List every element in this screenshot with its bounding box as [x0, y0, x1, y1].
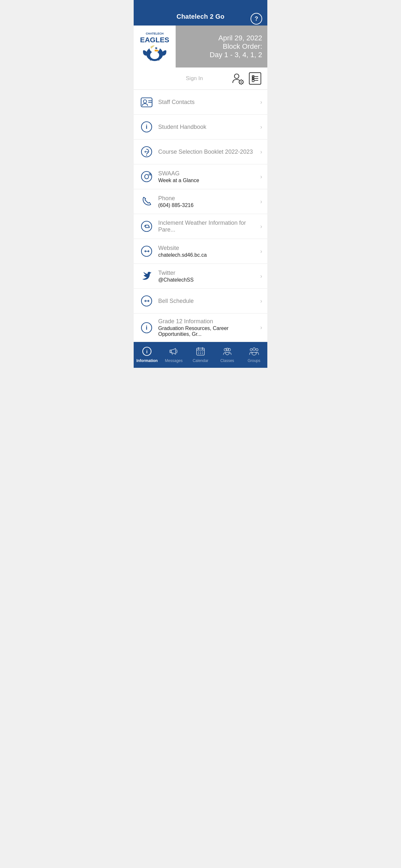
person-gear-icon [232, 72, 244, 85]
course-selection-chevron: › [260, 149, 262, 155]
menu-list: Staff Contacts › i Student Handbook › [134, 90, 267, 342]
banner-info: April 29, 2022 Block Order: Day 1 - 3, 4… [176, 26, 267, 67]
bell-schedule-content: Bell Schedule [158, 298, 258, 305]
course-selection-icon [139, 144, 154, 159]
tab-calendar-label: Calendar [193, 359, 209, 363]
app-header: Chatelech 2 Go ? [134, 0, 267, 26]
profile-settings-button[interactable] [230, 71, 245, 86]
tab-classes[interactable]: Classes [214, 342, 241, 368]
grade12-content: Grade 12 Information Graduation Resource… [158, 318, 258, 337]
staff-contacts-content: Staff Contacts [158, 99, 258, 105]
swaag-content: SWAAG Week at a Glance [158, 170, 258, 183]
svg-text:i: i [146, 124, 147, 130]
grade12-title: Grade 12 Information [158, 318, 258, 325]
svg-text:i: i [146, 324, 147, 331]
svg-point-58 [253, 348, 255, 350]
banner-block-label: Block Order: [223, 42, 262, 51]
swaag-title: SWAAG [158, 170, 258, 177]
phone-number: (604) 885-3216 [158, 203, 258, 208]
svg-text:EAGLES: EAGLES [140, 36, 169, 44]
svg-point-5 [155, 47, 157, 49]
app-title: Chatelech 2 Go [177, 13, 224, 20]
student-handbook-icon: i [139, 119, 154, 135]
svg-point-59 [256, 349, 258, 351]
menu-item-twitter[interactable]: Twitter @ChatelechSS › [134, 264, 267, 289]
checklist-box [249, 72, 261, 85]
menu-item-staff-contacts[interactable]: Staff Contacts › [134, 90, 267, 115]
swaag-icon [139, 169, 154, 184]
svg-point-49 [200, 352, 201, 352]
tab-bar: i Information Messages [134, 342, 267, 368]
svg-point-36 [142, 221, 152, 231]
grade12-icon: i [139, 320, 154, 336]
tab-groups[interactable]: Groups [241, 342, 267, 368]
svg-point-6 [156, 48, 157, 48]
svg-point-50 [202, 352, 203, 352]
svg-point-8 [235, 74, 239, 79]
student-handbook-content: Student Handbook [158, 124, 258, 130]
tab-calendar[interactable]: Calendar [187, 342, 214, 368]
classes-tab-icon [221, 345, 233, 357]
bell-schedule-chevron: › [260, 298, 262, 305]
svg-rect-26 [252, 80, 254, 82]
menu-item-bell-schedule[interactable]: Bell Schedule › [134, 289, 267, 314]
help-button[interactable]: ? [251, 13, 262, 25]
student-handbook-title: Student Handbook [158, 124, 258, 130]
tab-information-label: Information [136, 359, 158, 363]
checklist-button[interactable] [248, 71, 262, 86]
menu-item-swaag[interactable]: SWAAG Week at a Glance › [134, 164, 267, 189]
svg-point-28 [143, 100, 147, 103]
tab-messages[interactable]: Messages [160, 342, 187, 368]
staff-contacts-chevron: › [260, 99, 262, 105]
svg-point-7 [150, 51, 159, 59]
phone-content: Phone (604) 885-3216 [158, 195, 258, 208]
svg-point-51 [198, 353, 199, 354]
phone-title: Phone [158, 195, 258, 202]
svg-point-48 [198, 352, 199, 352]
menu-item-course-selection[interactable]: Course Selection Booklet 2022-2023 › [134, 140, 267, 164]
staff-contacts-title: Staff Contacts [158, 99, 258, 105]
banner-date: April 29, 2022 [218, 34, 262, 42]
svg-line-18 [239, 83, 240, 84]
signin-icons [230, 71, 262, 86]
svg-point-57 [250, 349, 252, 351]
menu-item-grade12[interactable]: i Grade 12 Information Graduation Resour… [134, 314, 267, 342]
website-chevron: › [260, 248, 262, 255]
svg-line-15 [239, 80, 240, 81]
svg-line-17 [243, 80, 243, 81]
svg-rect-43 [170, 350, 171, 352]
weather-title: Inclement Weather Information for Pare..… [158, 220, 258, 233]
svg-point-52 [200, 353, 201, 354]
menu-item-student-handbook[interactable]: i Student Handbook › [134, 115, 267, 140]
website-title: Website [158, 245, 258, 252]
tab-messages-label: Messages [165, 359, 183, 363]
groups-tab-icon [248, 345, 260, 357]
student-handbook-chevron: › [260, 124, 262, 130]
phone-chevron: › [260, 198, 262, 205]
twitter-chevron: › [260, 273, 262, 280]
svg-text:CHATELECH: CHATELECH [146, 32, 164, 35]
website-url: chatelech.sd46.bc.ca [158, 252, 258, 258]
grade12-subtitle: Graduation Resources, Career Opportuniti… [158, 326, 258, 337]
signin-label[interactable]: Sign In [139, 75, 230, 82]
checklist-icon-svg [251, 74, 259, 83]
svg-text:i: i [146, 349, 148, 354]
tab-information[interactable]: i Information [134, 342, 160, 368]
bell-schedule-title: Bell Schedule [158, 298, 258, 305]
twitter-title: Twitter [158, 270, 258, 276]
messages-tab-icon [168, 345, 180, 357]
phone-icon [139, 194, 154, 209]
course-selection-content: Course Selection Booklet 2022-2023 [158, 149, 258, 155]
menu-item-website[interactable]: Website chatelech.sd46.bc.ca › [134, 239, 267, 264]
school-logo: CHATELECH EAGLES [134, 26, 176, 67]
menu-item-phone[interactable]: Phone (604) 885-3216 › [134, 189, 267, 214]
twitter-content: Twitter @ChatelechSS [158, 270, 258, 283]
swaag-subtitle: Week at a Glance [158, 178, 258, 183]
website-content: Website chatelech.sd46.bc.ca [158, 245, 258, 258]
banner-day-order: Day 1 - 3, 4, 1, 2 [210, 51, 262, 59]
svg-line-16 [243, 83, 243, 84]
bell-schedule-icon [139, 293, 154, 309]
menu-item-weather[interactable]: Inclement Weather Information for Pare..… [134, 214, 267, 239]
information-tab-icon: i [141, 345, 153, 357]
course-selection-title: Course Selection Booklet 2022-2023 [158, 149, 258, 155]
